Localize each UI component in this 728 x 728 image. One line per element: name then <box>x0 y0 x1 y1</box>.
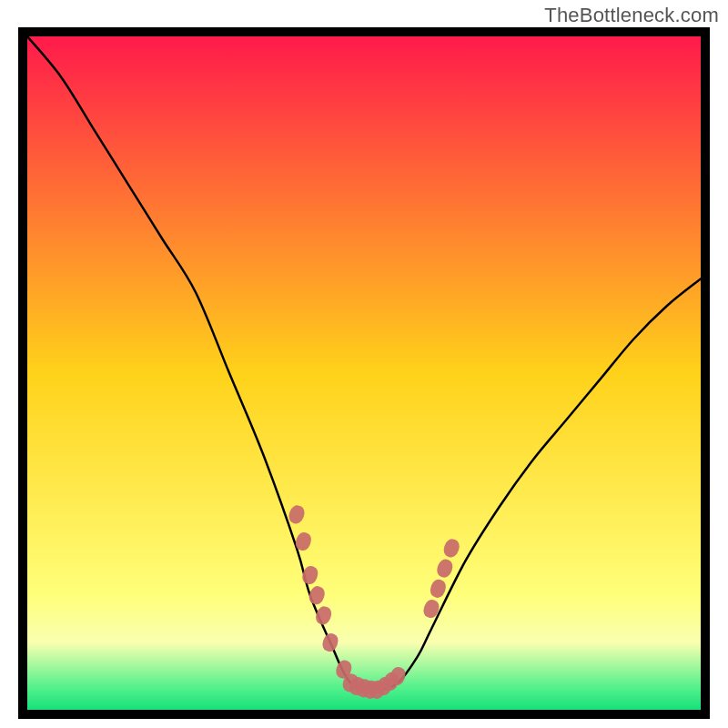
plot-border <box>18 27 710 719</box>
watermark-text: TheBottleneck.com <box>544 4 719 27</box>
chart-svg <box>27 36 701 710</box>
gradient-background <box>27 36 701 710</box>
plot-area <box>27 36 701 710</box>
chart-frame: TheBottleneck.com <box>0 0 728 728</box>
